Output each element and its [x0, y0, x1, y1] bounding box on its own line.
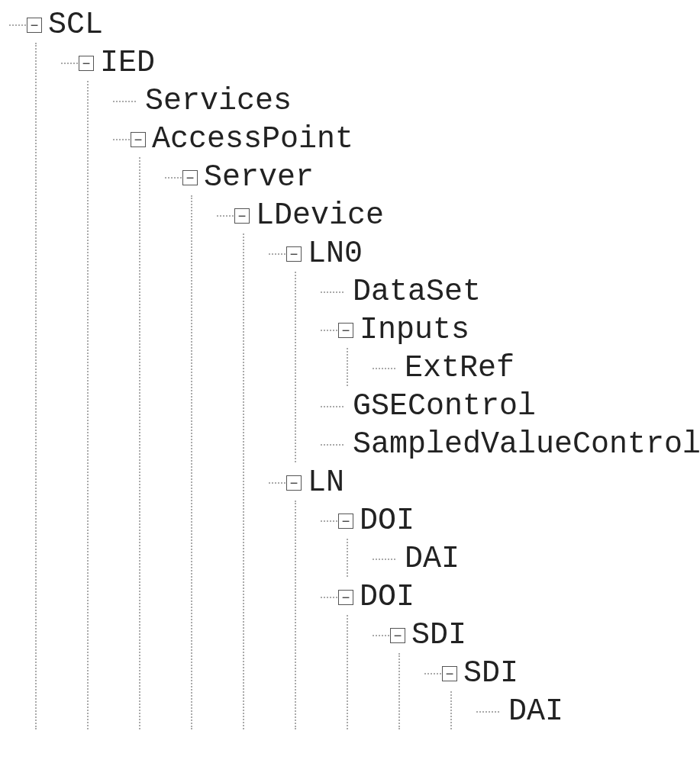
collapse-icon[interactable]: − — [234, 208, 250, 224]
tree-row[interactable]: −Server — [191, 159, 314, 197]
collapse-icon[interactable]: − — [390, 628, 405, 643]
tree-node-server: −Server−LDevice−LN0DataSet−InputsExtRefG… — [165, 159, 691, 731]
tree-node-accesspoint: −AccessPoint−Server−LDevice−LN0DataSet−I… — [113, 121, 691, 731]
tree-row[interactable]: −SCL — [35, 6, 103, 44]
node-label: DOI — [360, 502, 415, 540]
collapse-icon[interactable]: − — [442, 666, 457, 681]
collapse-icon[interactable]: − — [79, 56, 94, 71]
node-label: DAI — [508, 693, 563, 731]
tree-root: −SCL−IEDServices−AccessPoint−Server−LDev… — [0, 0, 700, 737]
node-label: AccessPoint — [152, 121, 353, 159]
tree-node-sdi: −SDI−SDIDAI — [373, 617, 691, 731]
tree-row: ExtRef — [398, 349, 515, 388]
tree-node-ln: −LN−DOIDAI−DOI−SDI−SDIDAI — [269, 464, 691, 731]
node-label: SDI — [411, 617, 466, 655]
tree-children: ExtRef — [347, 349, 691, 388]
tree-row[interactable]: −DOI — [347, 502, 415, 540]
node-label: Services — [145, 82, 292, 121]
tree-row[interactable]: −SDI — [398, 617, 466, 655]
tree-row[interactable]: −AccessPoint — [139, 121, 353, 159]
collapse-icon[interactable]: − — [338, 590, 353, 605]
node-label: Server — [204, 159, 314, 197]
node-label: DOI — [360, 578, 415, 617]
tree-row: SampledValueControl — [347, 426, 700, 464]
node-label: LN0 — [308, 235, 363, 273]
collapse-icon[interactable]: − — [338, 513, 353, 529]
node-label: DataSet — [353, 273, 481, 311]
tree-row[interactable]: −LN0 — [295, 235, 363, 273]
tree-row: DAI — [502, 693, 563, 731]
tree-row[interactable]: −DOI — [347, 578, 415, 617]
tree-row: DataSet — [347, 273, 481, 311]
tree-row[interactable]: −LDevice — [243, 197, 384, 235]
tree-children: −SDI−SDIDAI — [347, 617, 691, 731]
tree-node-extref: ExtRef — [373, 349, 691, 388]
tree-node-sampledvaluecontrol: SampledValueControl — [321, 426, 691, 464]
node-label: GSEControl — [353, 388, 536, 426]
tree-children: −LDevice−LN0DataSet−InputsExtRefGSEContr… — [191, 197, 691, 731]
tree-node-ied: −IEDServices−AccessPoint−Server−LDevice−… — [61, 44, 691, 731]
node-label: DAI — [405, 540, 460, 578]
node-label: IED — [100, 44, 155, 82]
tree-children: DAI — [347, 540, 691, 578]
tree-row: Services — [139, 82, 292, 121]
tree-children: DataSet−InputsExtRefGSEControlSampledVal… — [295, 273, 691, 464]
tree-node-ldevice: −LDevice−LN0DataSet−InputsExtRefGSEContr… — [217, 197, 691, 731]
tree-row: DAI — [398, 540, 460, 578]
node-label: SDI — [463, 655, 518, 693]
tree-node-dai: DAI — [476, 693, 691, 731]
collapse-icon[interactable]: − — [286, 246, 302, 262]
node-label: LDevice — [256, 197, 384, 235]
tree-children: −LN0DataSet−InputsExtRefGSEControlSample… — [243, 235, 691, 731]
tree-node-dataset: DataSet — [321, 273, 691, 311]
collapse-icon[interactable]: − — [286, 475, 302, 491]
node-label: SCL — [48, 6, 103, 44]
tree-children: −Server−LDevice−LN0DataSet−InputsExtRefG… — [139, 159, 691, 731]
collapse-icon[interactable]: − — [131, 132, 146, 147]
tree-node-services: Services — [113, 82, 691, 121]
tree-children: Services−AccessPoint−Server−LDevice−LN0D… — [87, 82, 691, 731]
tree-node-sdi: −SDIDAI — [424, 655, 691, 731]
tree-row[interactable]: −SDI — [450, 655, 518, 693]
tree-node-scl: −SCL−IEDServices−AccessPoint−Server−LDev… — [9, 6, 691, 731]
collapse-icon[interactable]: − — [27, 18, 42, 33]
tree-node-doi: −DOIDAI — [321, 502, 691, 578]
tree-row[interactable]: −LN — [295, 464, 344, 502]
node-label: LN — [308, 464, 344, 502]
collapse-icon[interactable]: − — [182, 170, 198, 185]
tree-node-dai: DAI — [373, 540, 691, 578]
tree-node-ln0: −LN0DataSet−InputsExtRefGSEControlSample… — [269, 235, 691, 464]
tree-node-gsecontrol: GSEControl — [321, 388, 691, 426]
node-label: ExtRef — [405, 349, 515, 388]
tree-row[interactable]: −IED — [87, 44, 155, 82]
tree-node-doi: −DOI−SDI−SDIDAI — [321, 578, 691, 731]
node-label: SampledValueControl — [353, 426, 700, 464]
tree-row[interactable]: −Inputs — [347, 311, 469, 349]
tree-row: GSEControl — [347, 388, 536, 426]
tree-children: −DOIDAI−DOI−SDI−SDIDAI — [295, 502, 691, 731]
tree-node-inputs: −InputsExtRef — [321, 311, 691, 388]
collapse-icon[interactable]: − — [338, 323, 353, 338]
tree-children: −IEDServices−AccessPoint−Server−LDevice−… — [35, 44, 691, 731]
tree-children: −SDIDAI — [398, 655, 691, 731]
tree-children: DAI — [450, 693, 691, 731]
node-label: Inputs — [360, 311, 469, 349]
